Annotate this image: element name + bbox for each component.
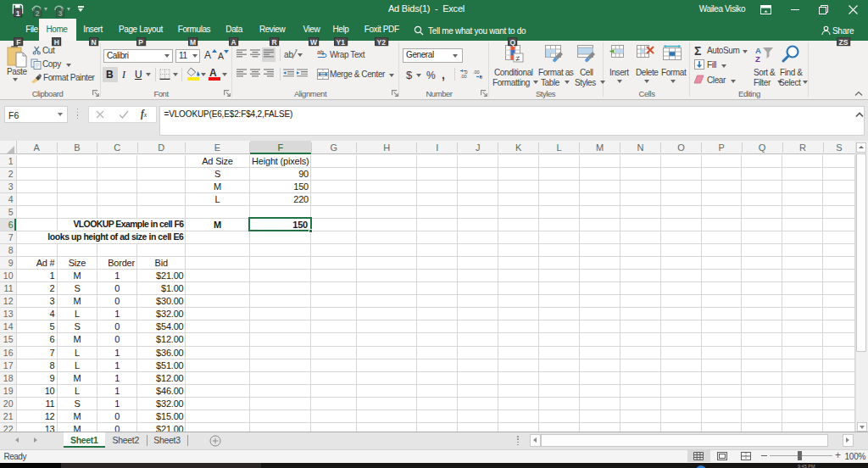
svg-text:≠: ≠	[516, 54, 520, 63]
svg-text:.00: .00	[460, 74, 467, 79]
svg-text:Z: Z	[755, 54, 760, 64]
svg-text:0: 0	[480, 75, 482, 79]
svg-text:.00: .00	[473, 70, 480, 75]
